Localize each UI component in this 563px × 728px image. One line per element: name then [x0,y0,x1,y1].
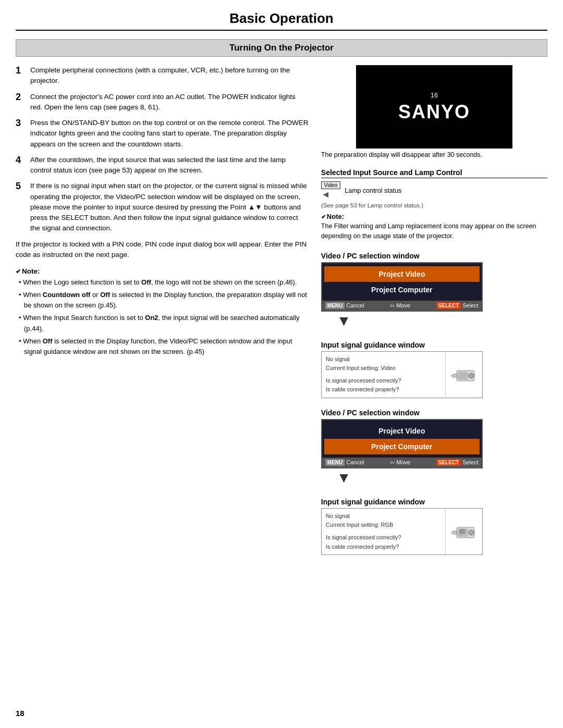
select-box-1: SELECT [436,302,461,309]
svg-rect-3 [452,374,457,377]
guidance-line4-1: Is cable connected properly? [326,385,441,394]
guidance-text-2: No signal Current Input setting: RGB Is … [322,509,446,554]
page-number: 18 [16,709,25,718]
note-item-4: When Off is selected in the Display func… [19,336,309,357]
note-item-3: When the Input Search function is set to… [19,313,309,334]
note-item-1: When the Logo select function is set to … [19,277,309,288]
step-text-5: If there is no signal input when start o… [30,181,309,233]
menu-box-1: MENU [325,302,345,309]
menu-cancel-btn-1: MENU Cancel [325,302,364,309]
svg-rect-8 [452,531,457,534]
svg-point-7 [469,530,474,535]
step-num-1: 1 [16,65,25,76]
guidance-line2-1: Current Input setting: Video [326,364,441,373]
guidance-line3-1: Is signal processed correctly? [326,376,441,386]
step-num-5: 5 [16,181,25,192]
vpc-window-1-container: Video / PC selection window Project Vide… [321,248,547,330]
select-btn-2: SELECT Select [436,459,479,466]
vpc-label-2: Video / PC selection window [321,409,547,417]
projector-svg-1 [450,365,478,384]
step-text-1: Complete peripheral connections (with a … [30,65,309,87]
pin-code-para: If the projector is locked with a PIN co… [16,239,309,261]
guidance-image-2 [446,509,482,554]
guidance-text-1: No signal Current Input setting: Video I… [322,352,446,398]
move-btn-1: ⇦ Move [390,302,410,309]
step-text-3: Press the ON/STAND-BY button on the top … [30,118,309,150]
lamp-note: Note: The Filter warning and Lamp replac… [321,212,547,241]
step-num-4: 4 [16,155,25,166]
vpc-item-project-computer-2: Project Computer [324,439,480,454]
bottom-note-list: When the Logo select function is set to … [16,277,309,357]
vpc-window-1: Project Video Project Computer MENU Canc… [321,262,483,312]
video-badge: Video [321,181,340,189]
guidance-label-1: Input signal guidance window [321,341,547,349]
select-box-2: SELECT [436,459,461,466]
step-3: 3 Press the ON/STAND-BY button on the to… [16,118,309,150]
menu-cancel-btn-2: MENU Cancel [325,459,364,466]
guidance-window-1: No signal Current Input setting: Video I… [321,351,483,398]
main-content: 1 Complete peripheral connections (with … [16,65,547,555]
sanyo-number: 16 [431,91,438,99]
menu-box-2: MENU [325,459,345,466]
guidance-line1-1: No signal [326,355,441,364]
move-label-1: Move [396,302,410,309]
left-column: 1 Complete peripheral connections (with … [16,65,309,555]
select-label-2: Select [462,459,479,465]
lamp-note-text: The Filter warning and Lamp replacement … [321,221,547,241]
cancel-label-1: Cancel [346,302,364,309]
cancel-label-2: Cancel [346,459,364,465]
sanyo-logo: SANYO [398,101,470,123]
move-label-2: Move [396,459,410,465]
lamp-label: Lamp control status [345,187,401,194]
guidance-label-2: Input signal guidance window [321,498,547,506]
step-5: 5 If there is no signal input when start… [16,181,309,233]
move-btn-2: ⇦ Move [390,459,410,466]
move-arrow-2: ⇦ [390,459,395,466]
arrow-down-1: ▼ [321,314,547,328]
lamp-see-caption: (See page 53 for Lamp control status.) [321,202,547,208]
guidance-window-2: No signal Current Input setting: RGB Is … [321,508,483,555]
vpc-window-2-container: Video / PC selection window Project Vide… [321,404,547,487]
input-source-section: Selected Input Source and Lamp Control V… [321,168,547,241]
vpc-item-project-video-2: Project Video [322,423,482,439]
step-1: 1 Complete peripheral connections (with … [16,65,309,87]
step-text-2: Connect the projector's AC power cord in… [30,92,309,113]
right-column: 16 SANYO The preparation display will di… [321,65,547,555]
step-4: 4 After the countdown, the input source … [16,155,309,176]
vpc-bottom-bar-2: MENU Cancel ⇦ Move SELECT Select [322,458,482,467]
projector-svg-2 [450,522,478,541]
svg-rect-10 [460,529,465,534]
vpc-item-project-video-1: Project Video [324,266,480,282]
move-arrow-1: ⇦ [390,302,395,309]
sanyo-display: 16 SANYO [356,65,512,149]
vpc-bottom-bar-1: MENU Cancel ⇦ Move SELECT Select [322,301,482,311]
svg-point-2 [469,373,474,378]
step-num-2: 2 [16,92,25,103]
guidance-line3-2: Is signal processed correctly? [326,533,441,542]
guidance-line4-2: Is cable connected properly? [326,542,441,552]
page-title: Basic Operation [16,10,547,31]
vpc-item-project-computer-1: Project Computer [322,282,482,298]
select-btn-1: SELECT Select [436,302,479,309]
display-caption: The preparation display will disappear a… [321,151,482,160]
section-header: Turning On the Projector [16,39,547,57]
vpc-label-1: Video / PC selection window [321,252,547,260]
bottom-note-section: Note: When the Logo select function is s… [16,267,309,357]
input-source-title: Selected Input Source and Lamp Control [321,168,547,178]
guidance-line2-2: Current Input setting: RGB [326,521,441,530]
guidance-image-1 [446,352,482,398]
arrow-down-2: ▼ [321,471,547,485]
bottom-note-title: Note: [16,267,309,275]
step-2: 2 Connect the projector's AC power cord … [16,92,309,113]
guidance-line1-2: No signal [326,512,441,521]
guidance-window-2-container: Input signal guidance window No signal C… [321,493,547,555]
select-label-1: Select [462,302,479,309]
lamp-note-title: Note: [321,212,547,222]
step-num-3: 3 [16,118,25,129]
note-item-2: When Countdown off or Off is selected in… [19,290,309,311]
step-text-4: After the countdown, the input source th… [30,155,309,176]
guidance-window-1-container: Input signal guidance window No signal C… [321,337,547,398]
lamp-control-row: Video ◄ Lamp control status [321,181,547,200]
svg-rect-1 [458,372,468,380]
vpc-window-2: Project Video Project Computer MENU Canc… [321,419,483,468]
